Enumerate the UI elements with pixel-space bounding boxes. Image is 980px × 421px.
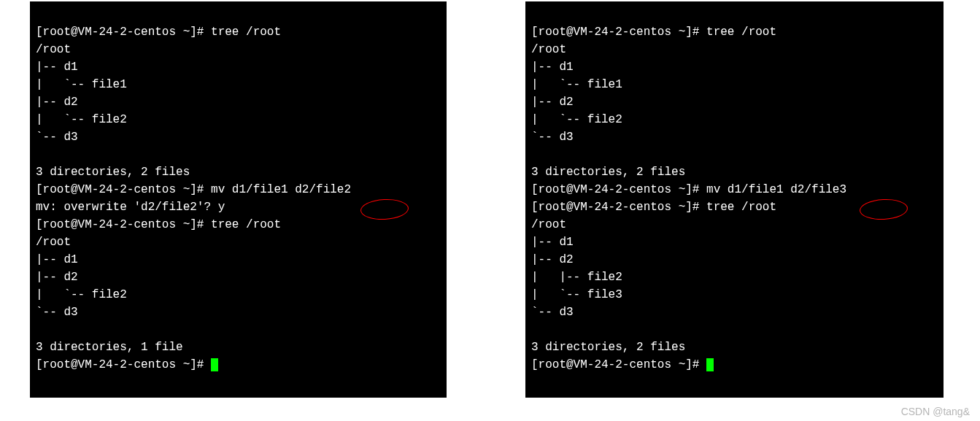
watermark: CSDN @tang& — [901, 404, 970, 420]
terminal-line: /root — [531, 218, 566, 231]
terminal-line: /root — [36, 236, 71, 249]
terminal-prompt[interactable]: [root@VM-24-2-centos ~]# — [36, 358, 211, 371]
terminal-prompt[interactable]: [root@VM-24-2-centos ~]# — [531, 358, 706, 371]
terminal-line: [root@VM-24-2-centos ~]# tree /root — [531, 26, 776, 39]
terminal-line: |-- d2 — [531, 96, 574, 109]
terminal-line: 3 directories, 2 files — [531, 166, 685, 179]
terminal-line: |-- d1 — [531, 61, 574, 74]
terminal-right[interactable]: [root@VM-24-2-centos ~]# tree /root /roo… — [525, 1, 944, 398]
terminal-line: /root — [36, 43, 71, 56]
terminal-line: |-- d1 — [36, 61, 78, 74]
terminal-line: 3 directories, 2 files — [36, 166, 190, 179]
terminal-line: |-- d2 — [36, 271, 78, 284]
terminal-line: 3 directories, 2 files — [531, 341, 685, 354]
terminal-line: 3 directories, 1 file — [36, 341, 183, 354]
terminal-line: [root@VM-24-2-centos ~]# tree /root — [36, 218, 281, 231]
cursor-icon — [211, 358, 218, 371]
terminal-line: [root@VM-24-2-centos ~]# mv d1/file1 d2/… — [36, 183, 351, 196]
terminal-left[interactable]: [root@VM-24-2-centos ~]# tree /root /roo… — [30, 1, 447, 398]
terminal-line: | `-- file1 — [531, 78, 622, 91]
terminal-line: `-- d3 — [531, 306, 574, 319]
terminal-line: `-- d3 — [36, 306, 78, 319]
terminal-line: | `-- file3 — [531, 288, 622, 301]
terminal-line: | `-- file2 — [36, 288, 127, 301]
terminal-line: /root — [531, 43, 566, 56]
terminal-line: |-- d2 — [531, 253, 574, 266]
terminal-line: `-- d3 — [36, 131, 78, 144]
terminal-line: |-- d1 — [531, 236, 574, 249]
terminal-line: | |-- file2 — [531, 271, 622, 284]
terminal-line: `-- d3 — [531, 131, 574, 144]
cursor-icon — [706, 358, 714, 371]
terminal-line: |-- d2 — [36, 96, 78, 109]
terminal-line: [root@VM-24-2-centos ~]# tree /root — [531, 201, 776, 214]
terminal-line: | `-- file1 — [36, 78, 127, 91]
terminal-line: | `-- file2 — [531, 113, 622, 126]
terminal-line: |-- d1 — [36, 253, 78, 266]
terminal-line: | `-- file2 — [36, 113, 127, 126]
terminal-line: [root@VM-24-2-centos ~]# tree /root — [36, 26, 281, 39]
terminal-line: [root@VM-24-2-centos ~]# mv d1/file1 d2/… — [531, 183, 846, 196]
terminal-line: mv: overwrite 'd2/file2'? y — [36, 201, 225, 214]
